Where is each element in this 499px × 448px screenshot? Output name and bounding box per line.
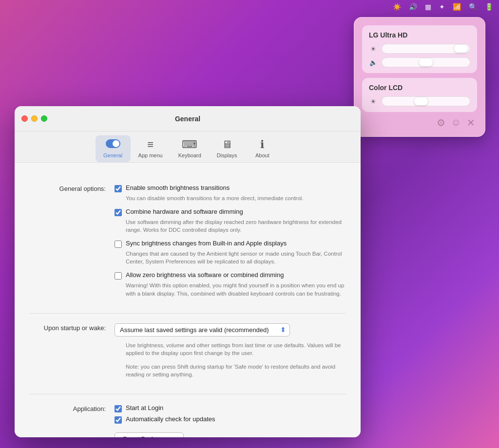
displays-tab-label: Displays [217,152,237,158]
zero-brightness-checkbox[interactable] [115,272,122,280]
appmenu-tab-label: App menu [138,152,163,158]
search-menu-icon[interactable]: 🔍 [469,3,477,11]
close-popup-icon[interactable]: ✕ [467,117,475,129]
general-tab-icon [106,138,120,151]
startup-helper2: Note: you can press Shift during startup… [115,363,346,378]
toolbar: General ≡ App menu ⌨ Keyboard 🖥 Displays… [15,131,361,163]
general-options-label: General options: [29,184,115,303]
startup-content: Assume last saved settings are valid (re… [115,323,346,384]
lg-brightness-slider[interactable] [382,44,470,54]
about-tab-label: About [255,152,269,158]
start-login-checkbox[interactable] [115,405,122,412]
startup-dropdown[interactable]: Assume last saved settings are valid (re… [115,323,290,336]
minimize-button[interactable] [31,115,38,122]
general-tab-label: General [103,152,122,158]
maximize-button[interactable] [41,115,47,122]
tab-appmenu[interactable]: ≡ App menu [131,135,171,162]
keyboard-tab-label: Keyboard [178,152,201,158]
tab-general[interactable]: General [96,135,131,162]
sync-brightness-helper: Changes that are caused by the Ambient l… [115,250,346,265]
start-login-label: Start at Login [126,404,163,411]
keyboard-tab-icon: ⌨ [182,138,197,151]
auto-updates-row: Automatically check for updates [115,415,346,424]
lcd-brightness-slider[interactable] [382,96,470,106]
color-lcd-section: Color LCD ☀ [362,78,477,112]
color-lcd-title: Color LCD [369,84,470,92]
title-bar: General [15,106,361,131]
lg-volume-slider[interactable] [382,57,470,67]
zero-brightness-helper: Warning! With this option enabled, you m… [115,281,346,297]
zero-brightness-label: Allow zero brightness via software or co… [126,271,284,279]
close-button[interactable] [21,115,28,122]
reset-preferences-button[interactable]: Reset Preferences [115,432,184,437]
settings-icon[interactable]: ⚙ [437,117,445,129]
smiley-icon[interactable]: ☺ [451,117,461,129]
battery-menu-icon[interactable]: ▦ [425,3,431,11]
combine-dimming-label: Combine hardware and software dimming [126,208,243,215]
lg-brightness-row: ☀ [369,44,470,54]
window-title: General [175,115,200,123]
startup-dropdown-row: Assume last saved settings are valid (re… [115,323,346,336]
tab-about[interactable]: ℹ About [245,135,280,162]
battery-status-icon[interactable]: 🔋 [485,3,493,11]
preferences-window: General General ≡ App menu ⌨ Keyboard 🖥 … [15,106,361,437]
lcd-brightness-row: ☀ [369,96,470,106]
application-section: Application: Start at Login Automaticall… [29,394,346,437]
combine-dimming-helper: Use software dimming after the display r… [115,218,346,234]
volume-icon: 🔈 [369,59,378,66]
combine-dimming-checkbox[interactable] [115,209,122,216]
tab-keyboard[interactable]: ⌨ Keyboard [171,135,209,162]
start-login-row: Start at Login [115,404,346,412]
menu-bar: ☀️ 🔊 ▦ ✦ 📶 🔍 🔋 [0,0,499,14]
sync-brightness-row: Sync brightness changes from Built-in an… [115,240,346,248]
brightness-popup: LG Ultra HD ☀ 🔈 Color LCD ☀ ⚙ ☺ ✕ [354,17,485,137]
brightness-icon-lcd: ☀ [369,98,378,105]
smooth-brightness-label: Enable smooth brightness transitions [126,184,230,191]
lg-ultrahd-title: LG Ultra HD [369,31,470,39]
volume-menu-icon[interactable]: 🔊 [409,3,417,11]
content-area: General options: Enable smooth brightnes… [15,163,361,437]
brightness-icon: ☀ [369,45,378,53]
general-options-content: Enable smooth brightness transitions You… [115,184,346,303]
appmenu-tab-icon: ≡ [147,138,154,151]
bluetooth-menu-icon[interactable]: ✦ [439,3,445,11]
smooth-brightness-checkbox[interactable] [115,185,122,192]
auto-updates-checkbox[interactable] [115,416,122,424]
application-label: Application: [29,404,115,437]
smooth-brightness-row: Enable smooth brightness transitions [115,184,346,192]
wifi-menu-icon[interactable]: 📶 [453,3,461,11]
zero-brightness-row: Allow zero brightness via software or co… [115,271,346,280]
about-tab-icon: ℹ [260,138,264,151]
popup-bottom-icons: ⚙ ☺ ✕ [362,117,477,129]
smooth-brightness-helper: You can disable smooth transitions for a… [115,194,346,202]
tab-displays[interactable]: 🖥 Displays [209,135,245,162]
application-content: Start at Login Automatically check for u… [115,404,346,437]
lg-ultrahd-section: LG Ultra HD ☀ 🔈 [362,25,477,73]
sync-brightness-label: Sync brightness changes from Built-in an… [126,240,287,247]
brightness-menu-icon[interactable]: ☀️ [393,3,401,11]
startup-section: Upon startup or wake: Assume last saved … [29,314,346,394]
startup-label: Upon startup or wake: [29,323,115,384]
startup-dropdown-wrapper: Assume last saved settings are valid (re… [115,323,290,336]
startup-helper1: Use brightness, volume and other setting… [115,341,346,357]
auto-updates-label: Automatically check for updates [126,415,215,423]
lg-volume-row: 🔈 [369,57,470,67]
combine-dimming-row: Combine hardware and software dimming [115,208,346,216]
displays-tab-icon: 🖥 [222,138,232,151]
general-options-section: General options: Enable smooth brightnes… [29,174,346,314]
traffic-lights [21,115,47,122]
sync-brightness-checkbox[interactable] [115,241,122,248]
